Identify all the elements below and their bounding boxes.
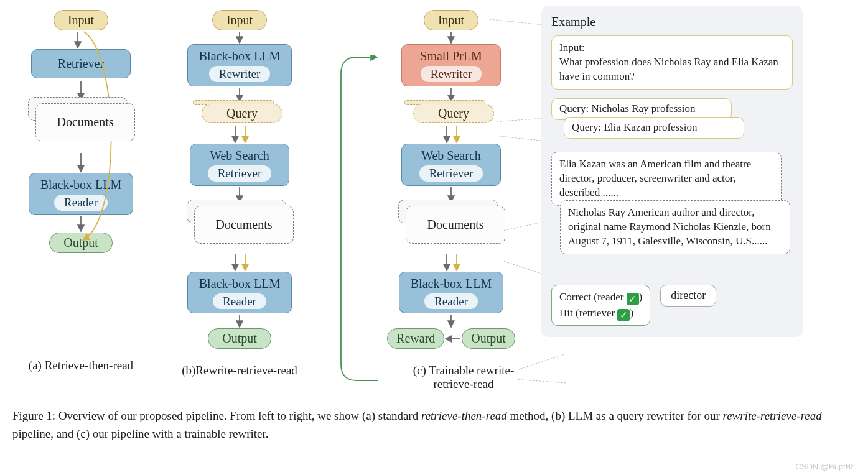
caption-c: (c) Trainable rewrite-retrieve-read	[404, 364, 523, 391]
documents-stack: Documents	[28, 101, 134, 150]
input-node: Input	[212, 10, 267, 30]
caption-mid1: method, (b) LLM as a query rewriter for …	[507, 409, 723, 422]
example-title: Example	[551, 15, 793, 29]
check-icon: ✓	[627, 293, 639, 305]
arrow	[233, 313, 246, 328]
paren: )	[630, 307, 633, 319]
arrow	[445, 313, 457, 328]
arrow-twin	[441, 125, 462, 144]
figure-row: Input Retriever Documents Black-box LLM …	[12, 6, 856, 391]
rewriter-sublabel: Rewriter	[209, 66, 270, 82]
example-doc-1: Elia Kazan was an American film and thea…	[551, 152, 782, 206]
caption-ital2: rewrite-retrieve-read	[722, 409, 821, 422]
arrow-twin	[229, 125, 250, 144]
web-search-label: Web Search	[210, 149, 269, 162]
arrow	[233, 30, 246, 44]
example-panel: Example Input: What profession does Nich…	[541, 6, 803, 337]
arrow-output-reward	[444, 333, 462, 345]
small-prlm-label: Small PrLM	[420, 49, 482, 63]
rewriter-sublabel: Rewriter	[421, 66, 482, 82]
caption-mid2: pipeline, and (c) our pipeline with a tr…	[12, 427, 269, 440]
example-input-box: Input: What profession does Nicholas Ray…	[551, 35, 793, 90]
output-node: Output	[462, 328, 515, 349]
input-node: Input	[424, 10, 478, 30]
retriever-sublabel: Retriever	[208, 165, 272, 182]
correct-label: Correct (reader	[559, 291, 627, 303]
arrow	[445, 30, 457, 44]
example-doc-2: Nicholas Ray American author and directo…	[560, 200, 790, 254]
llm-reader-block: Black-box LLM Reader	[399, 272, 504, 314]
output-node: Output	[208, 328, 271, 349]
llm-label: Black-box LLM	[199, 277, 281, 290]
llm-label: Black-box LLM	[411, 277, 492, 290]
example-result-row: Correct (reader ✓) Hit (retriever ✓) dir…	[551, 285, 793, 326]
hit-label: Hit (retriever	[559, 307, 617, 319]
web-search-label: Web Search	[421, 149, 481, 162]
arrow-input-retriever	[70, 30, 91, 49]
small-prlm-block: Small PrLM Rewriter	[401, 44, 501, 86]
example-input-text: What profession does Nicholas Ray and El…	[559, 56, 778, 82]
reader-sublabel: Reader	[213, 293, 266, 310]
figure-caption: Figure 1: Overview of our proposed pipel…	[12, 407, 834, 443]
column-c: Input Small PrLM Rewriter Query Web Sear…	[380, 6, 523, 391]
retriever-sublabel: Retriever	[419, 165, 483, 182]
arrow-twin	[229, 253, 250, 272]
documents-stack: Documents	[187, 203, 292, 253]
input-node: Input	[54, 10, 108, 30]
query-stack: Query	[193, 103, 286, 125]
caption-ital1: retrieve-then-read	[421, 409, 507, 422]
caption-a: (a) Retrieve-then-read	[29, 359, 133, 372]
column-a: Input Retriever Documents Black-box LLM …	[12, 6, 149, 372]
example-doc-stack: Elia Kazan was an American film and thea…	[551, 152, 793, 276]
example-answer-box: director	[660, 285, 716, 307]
llm-reader-block: Black-box LLM Reader	[187, 272, 292, 314]
arrow-twin	[441, 253, 462, 272]
example-query-2: Query: Elia Kazan profession	[564, 117, 744, 139]
check-icon: ✓	[617, 309, 630, 321]
documents-stack: Documents	[398, 203, 504, 253]
reward-node: Reward	[387, 328, 444, 349]
reward-feedback-loop	[335, 55, 380, 384]
caption-b: (b)Rewrite-retrieve-read	[182, 364, 297, 377]
example-result-box: Correct (reader ✓) Hit (retriever ✓)	[551, 285, 650, 326]
reader-sublabel: Reader	[424, 293, 478, 310]
example-input-label: Input:	[559, 42, 585, 53]
query-stack: Query	[404, 103, 498, 125]
caption-prefix: Figure 1: Overview of our proposed pipel…	[12, 409, 421, 422]
paren: )	[639, 291, 643, 303]
example-query-stack: Query: Nicholas Ray profession Query: El…	[551, 98, 793, 143]
web-search-block: Web Search Retriever	[401, 144, 501, 186]
